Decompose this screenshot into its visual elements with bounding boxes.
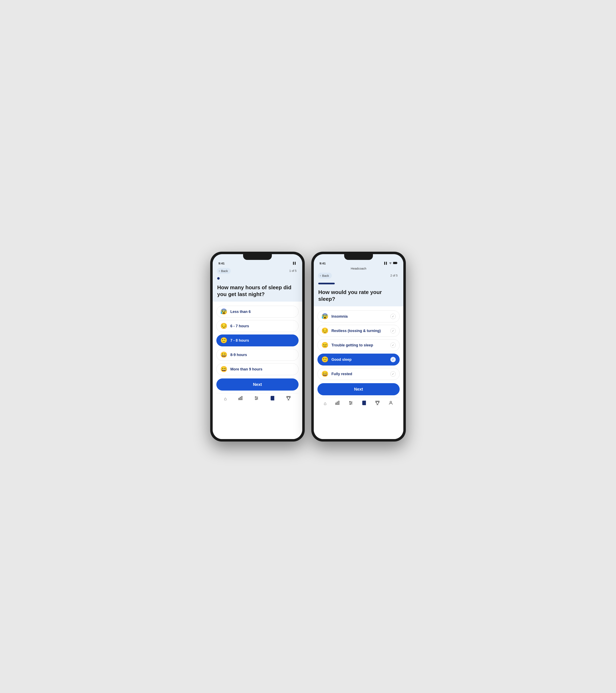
- check-icon-insomnia: ✓: [392, 315, 394, 318]
- option-label-insomnia: Insomnia: [332, 314, 388, 319]
- option-good[interactable]: 🙂 Good sleep ✓: [317, 354, 400, 365]
- chevron-left-icon-screen1: ‹: [219, 269, 220, 273]
- svg-rect-11: [337, 402, 338, 404]
- option-insomnia[interactable]: 😰 Insomnia ✓: [317, 311, 400, 322]
- option-label-rested: Fully rested: [332, 372, 388, 376]
- progress-section-screen1: [213, 276, 302, 282]
- nav-chart-icon-screen1[interactable]: [238, 396, 243, 402]
- bottom-nav-screen1: ⌂: [216, 393, 299, 405]
- content-area-screen2: 😰 Insomnia ✓ 😔 Restless (tossing & turni…: [314, 306, 403, 439]
- option-8-9[interactable]: 😀 8-9 hours: [216, 349, 299, 361]
- option-7-8[interactable]: 🙂 7 - 8 hours: [216, 335, 299, 346]
- notch-screen2: [344, 254, 373, 260]
- svg-rect-2: [241, 396, 242, 400]
- notch-screen1: [243, 254, 272, 260]
- svg-point-16: [350, 401, 350, 402]
- nav-sliders-icon-screen1[interactable]: [254, 396, 259, 402]
- svg-point-18: [350, 404, 351, 404]
- bottom-nav-screen2: ⌂: [317, 398, 400, 410]
- option-label-trouble: Trouble getting to sleep: [332, 343, 388, 348]
- option-emoji-9p: 😄: [220, 366, 227, 372]
- svg-rect-9: [393, 262, 397, 264]
- option-emoji-8-9: 😀: [220, 352, 227, 358]
- question-text-screen1: How many hours of sleep did you get last…: [217, 284, 298, 298]
- option-emoji-insomnia: 😰: [321, 314, 329, 319]
- battery-icon-screen2: [393, 262, 398, 265]
- option-label-7-8: 7 - 8 hours: [230, 338, 295, 343]
- chevron-left-icon-screen2: ‹: [320, 274, 321, 277]
- question-section-screen2: How would you rate your sleep?: [314, 287, 403, 306]
- svg-point-19: [390, 401, 392, 403]
- option-rested[interactable]: 😄 Fully rested ✓: [317, 368, 400, 380]
- content-area-screen1: 😰 Less than 6 😔 6 - 7 hours 🙂 7 - 8 hour…: [213, 302, 302, 439]
- option-label-9p: More than 9 hours: [230, 367, 295, 372]
- nav-home-icon-screen1[interactable]: ⌂: [224, 396, 226, 401]
- signal-icon-screen2: ▌▌: [384, 262, 388, 265]
- svg-point-8: [256, 399, 256, 400]
- phone-screen2: 9:41 ▌▌ Headcoach ‹ Back 2 of 5: [311, 252, 406, 441]
- option-lt6[interactable]: 😰 Less than 6: [216, 306, 299, 318]
- option-check-insomnia: ✓: [391, 314, 396, 319]
- nav-book-icon-screen2[interactable]: [362, 400, 366, 407]
- svg-rect-12: [338, 401, 339, 404]
- option-emoji-7-8: 🙂: [220, 338, 227, 343]
- next-button-screen2[interactable]: Next: [317, 383, 400, 395]
- option-trouble[interactable]: 😐 Trouble getting to sleep ✓: [317, 339, 400, 351]
- nav-sliders-icon-screen2[interactable]: [348, 400, 353, 407]
- nav-bar-screen2: ‹ Back 2 of 5: [314, 271, 403, 280]
- svg-rect-1: [240, 397, 241, 400]
- option-9p[interactable]: 😄 More than 9 hours: [216, 363, 299, 375]
- back-button-screen2[interactable]: ‹ Back: [318, 273, 332, 279]
- back-label-screen1: Back: [221, 269, 228, 273]
- option-label-good: Good sleep: [332, 357, 388, 362]
- option-label-restless: Restless (tossing & turning): [332, 329, 388, 333]
- back-label-screen2: Back: [322, 274, 329, 277]
- svg-point-7: [257, 398, 258, 399]
- option-emoji-restless: 😔: [321, 328, 329, 334]
- progress-bar-screen2: [318, 283, 335, 284]
- status-icons-screen2: ▌▌: [384, 262, 398, 265]
- nav-home-icon-screen2[interactable]: ⌂: [324, 401, 326, 406]
- status-time-screen1: 9:41: [218, 261, 224, 265]
- question-text-screen2: How would you rate your sleep?: [318, 289, 399, 303]
- svg-rect-10: [336, 403, 336, 404]
- nav-chart-icon-screen2[interactable]: [335, 400, 340, 407]
- status-bar-screen2: 9:41 ▌▌: [314, 260, 403, 266]
- option-check-trouble: ✓: [391, 342, 396, 348]
- nav-profile-icon-screen2[interactable]: [388, 400, 393, 407]
- option-label-8-9: 8-9 hours: [230, 353, 295, 357]
- svg-rect-0: [239, 398, 239, 400]
- check-icon-good: ✓: [392, 358, 394, 361]
- svg-point-17: [351, 402, 352, 403]
- progress-dot-screen1: [217, 277, 220, 280]
- check-icon-restless: ✓: [392, 329, 394, 332]
- option-emoji-trouble: 😐: [321, 342, 329, 348]
- back-button-screen1[interactable]: ‹ Back: [217, 268, 231, 274]
- wifi-icon-screen2: [389, 262, 392, 265]
- option-check-restless: ✓: [391, 328, 396, 334]
- progress-section-screen2: [314, 280, 403, 287]
- option-label-6-7: 6 - 7 hours: [230, 324, 295, 328]
- next-button-screen1[interactable]: Next: [216, 378, 299, 391]
- option-restless[interactable]: 😔 Restless (tossing & turning) ✓: [317, 325, 400, 337]
- nav-book-icon-screen1[interactable]: [270, 396, 275, 402]
- progress-label-screen1: 1 of 5: [289, 269, 297, 273]
- check-icon-rested: ✓: [392, 372, 394, 376]
- status-bar-screen1: 9:41 ▌▌: [213, 260, 302, 266]
- option-check-rested: ✓: [391, 371, 396, 377]
- status-icons-screen1: ▌▌: [293, 262, 297, 265]
- option-emoji-6-7: 😔: [220, 323, 227, 329]
- option-emoji-lt6: 😰: [220, 309, 227, 315]
- option-emoji-rested: 😄: [321, 371, 329, 377]
- option-emoji-good: 🙂: [321, 357, 329, 362]
- option-6-7[interactable]: 😔 6 - 7 hours: [216, 320, 299, 332]
- check-icon-trouble: ✓: [392, 343, 394, 347]
- phone-inner-screen2: 9:41 ▌▌ Headcoach ‹ Back 2 of 5: [314, 254, 403, 439]
- phone-inner-screen1: 9:41 ▌▌ ‹ Back 1 of 5 How many hours of …: [213, 254, 302, 439]
- nav-bar-screen1: ‹ Back 1 of 5: [213, 266, 302, 276]
- nav-trophy-icon-screen2[interactable]: [375, 400, 380, 407]
- signal-icon-screen1: ▌▌: [293, 262, 297, 265]
- progress-label-screen2: 2 of 5: [391, 274, 398, 277]
- status-time-screen2: 9:41: [319, 261, 326, 265]
- nav-trophy-icon-screen1[interactable]: [286, 396, 291, 402]
